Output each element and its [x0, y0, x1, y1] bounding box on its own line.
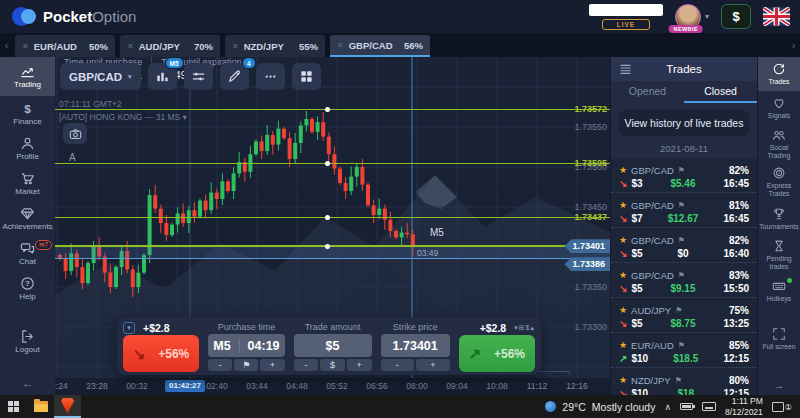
strike-minus-button[interactable]: - — [381, 359, 415, 371]
panel-item-express-trades[interactable]: Express Trades — [758, 163, 800, 201]
indicators-button[interactable] — [184, 63, 213, 90]
tab-closed[interactable]: Closed — [684, 81, 757, 103]
symbol-selector[interactable]: GBP/CAD ▾ — [60, 63, 141, 90]
list-icon[interactable] — [619, 63, 632, 75]
sidebar-item-finance[interactable]: $Finance — [0, 96, 55, 131]
panel-item-pending-trades[interactable]: Pending trades — [758, 236, 800, 274]
flag-icon: ⚑ — [675, 376, 682, 385]
close-tab-icon[interactable]: ✕ — [337, 41, 344, 50]
marker-a-label[interactable]: A — [69, 152, 76, 163]
file-explorer-button[interactable] — [27, 395, 54, 418]
server-node[interactable]: [AUTO] HONG KONG — 31 MS ▾ — [59, 111, 187, 124]
sidebar-item-help[interactable]: ?Help — [0, 271, 55, 306]
chart-type-button[interactable]: M5 — [148, 63, 177, 90]
favorite-star-icon[interactable]: ★ — [619, 235, 627, 245]
weather-widget[interactable]: 29°C Mostly cloudy — [545, 401, 655, 413]
taskbar-clock[interactable]: 1:11 PM 8/12/2021 — [725, 396, 763, 417]
favorite-star-icon[interactable]: ★ — [619, 305, 627, 315]
favorite-star-icon[interactable]: ★ — [619, 340, 627, 350]
tabs-scroll-right-icon[interactable]: › — [787, 33, 800, 57]
tab-pair-label: GBP/CAD — [349, 40, 393, 51]
level-drag-handle[interactable] — [325, 244, 330, 249]
close-tab-icon[interactable]: ✕ — [232, 42, 239, 51]
sidebar-item-profile[interactable]: Profile — [0, 131, 55, 166]
expiration-level-line[interactable] — [55, 258, 610, 259]
trade-row-gbp-cad[interactable]: ★GBP/CAD⚑82%↘$5$016:40 — [611, 228, 757, 263]
panel-collapse-icon[interactable]: ▾ — [123, 322, 135, 334]
level-drag-handle[interactable] — [325, 161, 330, 166]
sidebar-item-chat[interactable]: Chat✉7 — [0, 236, 55, 271]
layout-grid-button[interactable] — [292, 63, 321, 90]
chart-area[interactable]: GBP/CAD ▾ M5 4 — [55, 57, 610, 395]
panel-item-trades[interactable]: Trades — [758, 57, 800, 91]
touch-keyboard-icon[interactable] — [702, 402, 716, 411]
favorite-star-icon[interactable]: ★ — [619, 200, 627, 210]
view-history-button[interactable]: View history of live trades — [619, 110, 749, 136]
strike-plus-button[interactable]: + — [416, 359, 450, 371]
payout-settings-icons[interactable]: ▾⊞$▴ — [514, 324, 535, 332]
asset-tab-gbp-cad[interactable]: ✕GBP/CAD56% — [330, 35, 430, 57]
sidebar-item-trading[interactable]: Trading — [0, 57, 55, 96]
strike-level-line[interactable] — [55, 245, 610, 247]
trade-row-eur-aud[interactable]: ★EUR/AUD⚑85%↗$10$18.512:15 — [611, 333, 757, 368]
favorite-star-icon[interactable]: ★ — [619, 165, 627, 175]
sidebar-item-achievements[interactable]: Achievements — [0, 201, 55, 236]
sidebar-collapse-icon[interactable]: ← — [0, 377, 55, 393]
purchase-time-value[interactable]: M5 04:19 — [208, 334, 284, 357]
expiration-price-badge[interactable]: 1.73386 — [564, 257, 610, 271]
panel-item-full-screen[interactable]: Full screen — [758, 322, 800, 356]
tabs-scroll-left-icon[interactable]: ‹ — [0, 33, 13, 57]
panel-item-signals[interactable]: Signals — [758, 91, 800, 125]
panel-item-hotkeys[interactable]: Hotkeys — [758, 274, 800, 308]
brave-browser-button[interactable] — [54, 395, 81, 418]
trade-row-gbp-cad[interactable]: ★GBP/CAD⚑82%↘$3$5.4616:45 — [611, 158, 757, 193]
trade-row-gbp-cad[interactable]: ★GBP/CAD⚑83%↘$5$9.1515:50 — [611, 263, 757, 298]
purchase-time-flag-icon[interactable]: ⚑ — [234, 359, 258, 371]
language-flag-uk-icon[interactable] — [763, 7, 790, 26]
level-drag-handle[interactable] — [325, 107, 330, 112]
sidebar-item-logout[interactable]: Logout — [0, 324, 55, 359]
currency-button[interactable]: $ — [721, 4, 751, 29]
sidebar-expand-icon[interactable]: → — [758, 379, 800, 395]
amount-plus-button[interactable]: + — [347, 359, 372, 371]
brand-logo[interactable]: PocketOption — [12, 7, 136, 26]
strike-price-value[interactable]: 1.73401 — [381, 334, 450, 357]
account-menu[interactable]: NEWBIE ▾ — [675, 4, 709, 30]
tray-expand-icon[interactable]: ∧ — [664, 402, 671, 412]
purchase-time-plus-button[interactable]: + — [260, 359, 284, 371]
asset-tab-aud-jpy[interactable]: ✕AUD/JPY70% — [120, 35, 220, 57]
favorite-star-icon[interactable]: ★ — [619, 270, 627, 280]
amount-minus-button[interactable]: - — [294, 359, 319, 371]
panel-item-social-trading[interactable]: Social Trading — [758, 125, 800, 163]
trade-row-aud-jpy[interactable]: ★AUD/JPY⚑75%↘$5$8.7513:25 — [611, 298, 757, 333]
asset-tab-nzd-jpy[interactable]: ✕NZD/JPY55% — [225, 35, 325, 57]
buy-button[interactable]: ↗ +56% — [459, 335, 535, 372]
sidebar-item-market[interactable]: Market — [0, 166, 55, 201]
purchase-time-minus-button[interactable]: - — [208, 359, 232, 371]
sell-button[interactable]: ↘ +56% — [123, 335, 199, 372]
battery-icon[interactable] — [680, 403, 693, 410]
tab-opened[interactable]: Opened — [611, 81, 684, 103]
close-tab-icon[interactable]: ✕ — [127, 42, 134, 51]
action-center-button[interactable]: ① — [772, 402, 792, 412]
trade-row-gbp-cad[interactable]: ★GBP/CAD⚑81%↘$7$12.6716:45 — [611, 193, 757, 228]
closed-trades-list[interactable]: ★GBP/CAD⚑82%↘$3$5.4616:45★GBP/CAD⚑81%↘$7… — [611, 158, 757, 395]
trade-amount-value[interactable]: $5 — [294, 334, 372, 357]
close-tab-icon[interactable]: ✕ — [22, 42, 29, 51]
chevron-down-icon[interactable]: ▾ — [705, 12, 709, 21]
time-axis[interactable]: 22:2423:2800:3201:42:2702:4003:4404:4805… — [55, 378, 610, 395]
amount-currency-button[interactable]: $ — [320, 359, 345, 371]
panel-item-tournaments[interactable]: Tournaments — [758, 202, 800, 236]
more-tools-button[interactable] — [256, 63, 285, 90]
trade-row-nzd-jpy[interactable]: ★NZD/JPY⚑80%↘$10$1812:15 — [611, 368, 757, 395]
strike-price-badge[interactable]: 1.73401 — [564, 239, 610, 253]
level-drag-handle[interactable] — [325, 215, 330, 220]
drawing-tools-button[interactable]: 4 — [220, 63, 249, 90]
asset-tab-eur-aud[interactable]: ✕EUR/AUD50% — [15, 35, 115, 57]
start-button[interactable] — [0, 395, 27, 418]
panel-item-label: Full screen — [762, 343, 795, 351]
screenshot-button[interactable] — [63, 123, 87, 144]
trade-time-value: 12:15 — [723, 353, 749, 364]
arrow-down-right-icon: ↘ — [619, 178, 627, 189]
favorite-star-icon[interactable]: ★ — [619, 375, 627, 385]
